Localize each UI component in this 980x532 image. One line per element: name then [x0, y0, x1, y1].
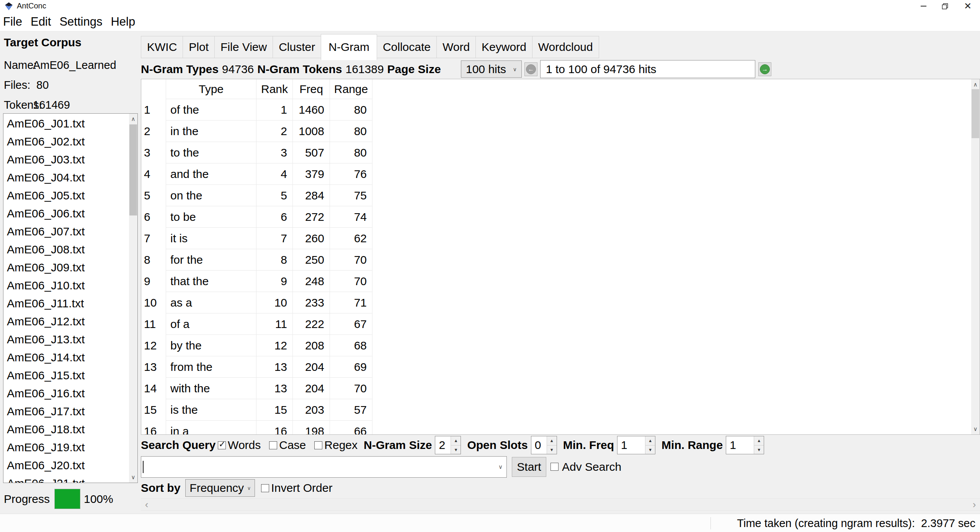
table-row[interactable]: 5on the528475 [141, 185, 372, 206]
table-row[interactable]: 6to be627274 [141, 206, 372, 228]
file-list-item[interactable]: AmE06_J12.txt [3, 312, 128, 330]
next-page-button[interactable]: → [758, 62, 771, 76]
scroll-up-icon[interactable]: ∧ [129, 114, 137, 124]
tab-plot[interactable]: Plot [183, 36, 215, 58]
spin-down-icon[interactable]: ▼ [754, 446, 764, 454]
spin-up-icon[interactable]: ▲ [547, 436, 557, 446]
tab-kwic[interactable]: KWIC [141, 36, 183, 58]
header-freq[interactable]: Freq [292, 79, 330, 99]
table-row[interactable]: 14with the1320470 [141, 378, 372, 399]
row-number: 13 [141, 356, 166, 378]
min-range-spinner[interactable]: 1 ▲▼ [726, 436, 764, 454]
scroll-down-icon[interactable]: ∨ [971, 424, 980, 434]
scrollbar-thumb[interactable] [972, 89, 979, 138]
horizontal-scrollbar[interactable]: ‹ › [141, 498, 980, 511]
restore-button[interactable] [936, 0, 954, 12]
file-list-item[interactable]: AmE06_J08.txt [3, 240, 128, 258]
menu-help[interactable]: Help [106, 12, 139, 31]
file-list-item[interactable]: AmE06_J03.txt [3, 150, 128, 168]
file-list-item[interactable]: AmE06_J05.txt [3, 186, 128, 204]
spin-down-icon[interactable]: ▼ [547, 446, 557, 454]
regex-checkbox[interactable] [314, 441, 322, 449]
ngram-size-spinner[interactable]: 2 ▲▼ [435, 436, 461, 454]
menu-edit[interactable]: Edit [26, 12, 55, 31]
file-list-item[interactable]: AmE06_J20.txt [3, 456, 128, 474]
ngram-type-cell: is the [166, 399, 256, 421]
words-checkbox[interactable] [218, 441, 226, 449]
table-row[interactable]: 2in the2100880 [141, 121, 372, 142]
file-list-item[interactable]: AmE06_J06.txt [3, 204, 128, 222]
minimize-button[interactable] [915, 0, 932, 12]
spin-down-icon[interactable]: ▼ [645, 446, 655, 454]
tab-n-gram[interactable]: N-Gram [321, 34, 377, 60]
spin-up-icon[interactable]: ▲ [754, 436, 764, 446]
scrollbar-thumb[interactable] [129, 124, 137, 215]
case-checkbox[interactable] [269, 441, 277, 449]
results-scrollbar[interactable]: ∧ ∨ [971, 79, 980, 434]
header-range[interactable]: Range [330, 79, 372, 99]
table-row[interactable]: 3to the350780 [141, 142, 372, 163]
file-list-item[interactable]: AmE06_J07.txt [3, 222, 128, 240]
min-freq-spinner[interactable]: 1 ▲▼ [617, 436, 655, 454]
table-row[interactable]: 8for the825070 [141, 249, 372, 271]
range-cell: 75 [330, 185, 372, 206]
close-button[interactable]: ✕ [959, 0, 977, 12]
file-list-item[interactable]: AmE06_J11.txt [3, 294, 128, 312]
header-type[interactable]: Type [166, 79, 256, 99]
table-row[interactable]: 4and the437976 [141, 163, 372, 185]
spin-up-icon[interactable]: ▲ [451, 436, 461, 446]
chevron-down-icon[interactable]: ∨ [498, 463, 503, 470]
tab-collocate[interactable]: Collocate [377, 36, 437, 58]
ngram-tokens-value: 161389 [345, 63, 384, 76]
file-list-item[interactable]: AmE06_J14.txt [3, 348, 128, 366]
row-number: 5 [141, 185, 166, 206]
table-row[interactable]: 1of the1146080 [141, 99, 372, 121]
file-list-item[interactable]: AmE06_J15.txt [3, 366, 128, 384]
tab-word[interactable]: Word [436, 36, 476, 58]
table-row[interactable]: 9that the924870 [141, 271, 372, 292]
file-list-item[interactable]: AmE06_J02.txt [3, 132, 128, 150]
file-list-item[interactable]: AmE06_J13.txt [3, 330, 128, 348]
tab-file-view[interactable]: File View [214, 36, 273, 58]
file-list-item[interactable]: AmE06_J19.txt [3, 438, 128, 456]
spin-down-icon[interactable]: ▼ [451, 446, 461, 454]
header-rank[interactable]: Rank [256, 79, 292, 99]
table-row[interactable]: 16in a1619866 [141, 421, 372, 435]
tab-cluster[interactable]: Cluster [273, 36, 321, 58]
file-list-item[interactable]: AmE06_J16.txt [3, 384, 128, 402]
file-list-item[interactable]: AmE06_J10.txt [3, 276, 128, 294]
file-list-scrollbar[interactable]: ∧ ∨ [129, 114, 137, 483]
adv-search-checkbox[interactable] [550, 463, 559, 471]
prev-page-button[interactable]: ← [524, 62, 537, 76]
file-list-item[interactable]: AmE06_J21.txt [3, 474, 128, 483]
menu-settings[interactable]: Settings [55, 12, 106, 31]
table-row[interactable]: 10as a1023371 [141, 292, 372, 313]
file-list-item[interactable]: AmE06_J09.txt [3, 258, 128, 276]
file-list-item[interactable]: AmE06_J18.txt [3, 420, 128, 438]
file-list-item[interactable]: AmE06_J04.txt [3, 168, 128, 186]
table-row[interactable]: 11of a1122267 [141, 313, 372, 335]
file-list-item[interactable]: AmE06_J01.txt [3, 114, 128, 132]
scroll-left-icon[interactable]: ‹ [141, 499, 152, 510]
spin-up-icon[interactable]: ▲ [645, 436, 655, 446]
scroll-right-icon[interactable]: › [969, 499, 980, 510]
menu-file[interactable]: File [0, 12, 26, 31]
open-slots-spinner[interactable]: 0 ▲▼ [531, 436, 557, 454]
row-number: 12 [141, 335, 166, 356]
sort-by-select[interactable]: Frequency ∨ [185, 479, 255, 497]
page-size-select[interactable]: 100 hits ∨ [461, 60, 522, 78]
scroll-down-icon[interactable]: ∨ [129, 472, 137, 483]
hits-range-field[interactable]: 1 to 100 of 94736 hits [540, 60, 755, 78]
invert-order-checkbox[interactable] [261, 484, 269, 492]
table-row[interactable]: 13from the1320469 [141, 356, 372, 378]
corpus-file-list[interactable]: AmE06_J01.txtAmE06_J02.txtAmE06_J03.txtA… [3, 113, 138, 483]
tab-keyword[interactable]: Keyword [475, 36, 532, 58]
file-list-item[interactable]: AmE06_J17.txt [3, 402, 128, 420]
search-input[interactable]: ∨ [141, 456, 507, 478]
table-row[interactable]: 12by the1220868 [141, 335, 372, 356]
scroll-up-icon[interactable]: ∧ [971, 79, 980, 90]
table-row[interactable]: 15is the1520357 [141, 399, 372, 421]
tab-wordcloud[interactable]: Wordcloud [532, 36, 599, 58]
table-row[interactable]: 7it is726062 [141, 228, 372, 249]
start-button[interactable]: Start [512, 457, 546, 477]
